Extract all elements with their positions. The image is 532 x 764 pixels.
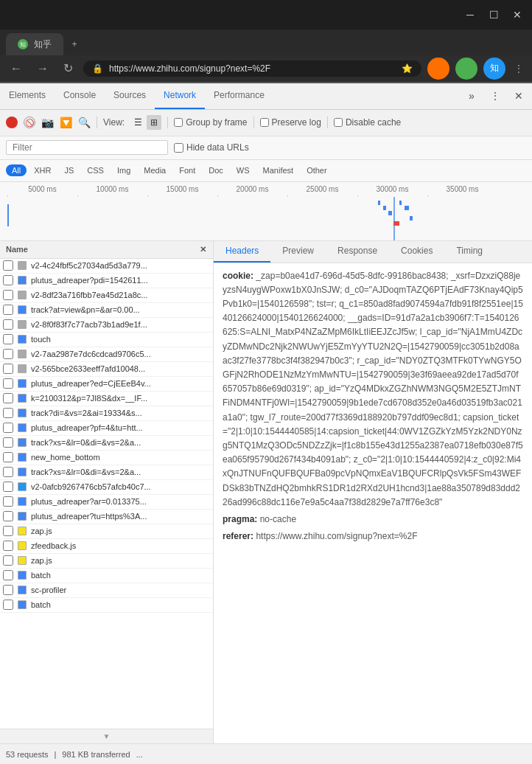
list-item[interactable]: batch [0,598,213,613]
camera-button[interactable]: 📷 [41,117,54,128]
type-btn-font[interactable]: Font [173,164,201,176]
list-item[interactable]: track?xs=&lr=0&di=&vs=2&a... [0,436,213,451]
scroll-down-indicator[interactable]: ▼ [0,729,213,743]
item-checkbox[interactable] [3,452,13,462]
type-btn-media[interactable]: Media [138,164,172,176]
tab-cookies[interactable]: Cookies [389,241,444,263]
list-item[interactable]: plutus_adreaper?pf=4&tu=htt... [0,421,213,436]
disable-cache-checkbox[interactable] [334,118,343,127]
list-item[interactable]: k=2100312&p=7JI8S&dx=__IF... [0,392,213,406]
type-btn-all[interactable]: All [6,164,27,176]
list-item[interactable]: zap.js [0,554,213,569]
tab-sources[interactable]: Sources [105,83,155,109]
list-item[interactable]: v2-8df23a716fbb7ea45d21a8c... [0,288,213,303]
list-item[interactable]: v2-4c24fbf5c27034ad5d3a779... [0,259,213,274]
list-item[interactable]: track?xs=&lr=0&di=&vs=2&a... [0,465,213,480]
tab-network[interactable]: Network [155,83,205,109]
more-tabs-button[interactable]: » [461,86,482,106]
stop-button[interactable]: 🚫 [24,117,35,128]
tab-timing[interactable]: Timing [444,241,494,263]
item-checkbox[interactable] [3,349,13,359]
group-by-frame-checkbox[interactable] [174,118,183,127]
item-checkbox[interactable] [3,511,13,521]
tab-preview[interactable]: Preview [270,241,326,263]
item-checkbox[interactable] [3,570,13,580]
back-button[interactable]: ← [6,60,27,77]
maximize-button[interactable]: ☐ [485,6,503,24]
list-item[interactable]: touch [0,333,213,347]
tab-response[interactable]: Response [326,241,389,263]
user-avatar[interactable]: 知 [483,58,505,80]
item-checkbox[interactable] [3,393,13,403]
item-checkbox[interactable] [3,482,13,492]
list-item[interactable]: sc-profiler [0,583,213,598]
item-checkbox[interactable] [3,437,13,448]
type-btn-xhr[interactable]: XHR [28,164,57,176]
new-tab-button[interactable]: + [63,33,85,55]
item-checkbox[interactable] [3,260,13,271]
item-checkbox[interactable] [3,319,13,330]
item-checkbox[interactable] [3,290,13,300]
tab-elements[interactable]: Elements [0,83,55,109]
type-btn-doc[interactable]: Doc [203,164,229,176]
hide-data-urls-checkbox[interactable] [174,143,183,153]
list-item[interactable]: track?at=view&pn=&ar=0.00... [0,303,213,318]
grid-view-button[interactable]: ⊞ [147,115,161,130]
list-item[interactable]: plutus_adreaper?ar=0.013375... [0,495,213,510]
list-item[interactable]: v2-7aa2987e7dc6cdcad9706c5... [0,347,213,362]
list-item[interactable]: zfeedback.js [0,539,213,554]
list-item[interactable]: v2-565bce2633eeff7afd10048... [0,362,213,377]
list-item[interactable]: plutus_adreaper?pdi=1542611... [0,274,213,288]
item-name: batch [31,571,210,580]
item-checkbox[interactable] [3,526,13,536]
list-item[interactable]: plutus_adreaper?tu=https%3A... [0,510,213,524]
type-btn-js[interactable]: JS [58,164,80,176]
browser-tab[interactable]: 知 知乎 [6,33,63,55]
tab-headers[interactable]: Headers [214,241,270,263]
tab-performance[interactable]: Performance [205,83,273,109]
devtools-settings-button[interactable]: ⋮ [485,86,505,106]
item-checkbox[interactable] [3,585,13,595]
chrome-menu-button[interactable]: ⋮ [511,60,526,77]
filter-input[interactable] [6,140,168,155]
item-checkbox[interactable] [3,378,13,389]
list-item[interactable]: zap.js [0,524,213,539]
item-checkbox[interactable] [3,496,13,507]
list-item[interactable]: v2-0afcb9267476cb57afcb40c7... [0,480,213,495]
item-checkbox[interactable] [3,600,13,610]
item-checkbox[interactable] [3,408,13,418]
item-checkbox[interactable] [3,305,13,315]
item-checkbox[interactable] [3,423,13,433]
type-btn-css[interactable]: CSS [81,164,110,176]
filter-button[interactable]: 🔽 [60,117,72,128]
list-item[interactable]: batch [0,569,213,583]
extension-icon-1[interactable] [427,58,449,80]
type-btn-manifest[interactable]: Manifest [257,164,300,176]
item-checkbox[interactable] [3,541,13,551]
address-bar[interactable]: 🔒 https://www.zhihu.com/signup?next=%2F … [83,60,421,77]
extension-icon-2[interactable] [455,58,477,80]
tab-console[interactable]: Console [55,83,105,109]
minimize-button[interactable]: ─ [461,6,479,24]
type-btn-other[interactable]: Other [301,164,333,176]
item-checkbox[interactable] [3,555,13,566]
item-checkbox[interactable] [3,334,13,344]
close-panel-button[interactable]: ✕ [195,245,210,254]
close-button[interactable]: ✕ [508,6,526,24]
list-item[interactable]: new_home_bottom [0,451,213,465]
list-view-button[interactable]: ☰ [130,115,145,130]
item-checkbox[interactable] [3,275,13,285]
list-item[interactable]: track?di=&vs=2&ai=19334&s... [0,406,213,421]
item-checkbox[interactable] [3,364,13,374]
list-item[interactable]: plutus_adreaper?ed=CjEEeB4v... [0,377,213,392]
forward-button[interactable]: → [32,60,53,77]
preserve-log-checkbox[interactable] [260,118,269,127]
refresh-button[interactable]: ↻ [59,60,77,77]
item-checkbox[interactable] [3,467,13,477]
record-button[interactable] [6,117,18,128]
list-item[interactable]: v2-8f0f83f7c77acb73b1ad9e1f... [0,318,213,333]
devtools-close-button[interactable]: ✕ [508,86,529,106]
type-btn-img[interactable]: Img [111,164,136,176]
search-button[interactable]: 🔍 [78,117,91,128]
type-btn-ws[interactable]: WS [231,164,256,176]
